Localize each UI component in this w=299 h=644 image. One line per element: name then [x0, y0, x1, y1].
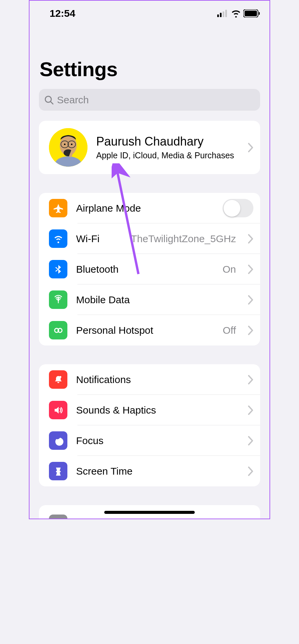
bluetooth-icon — [49, 260, 67, 278]
bluetooth-row[interactable]: Bluetooth On — [39, 254, 260, 284]
search-icon — [44, 95, 54, 105]
sounds-icon — [49, 401, 67, 419]
sounds-row[interactable]: Sounds & Haptics — [39, 395, 260, 425]
profile-subtitle: Apple ID, iCloud, Media & Purchases — [96, 151, 239, 160]
svg-rect-1 — [220, 13, 222, 17]
cellular-signal-icon — [217, 10, 229, 17]
svg-rect-5 — [245, 11, 257, 16]
hotspot-value: Off — [223, 325, 236, 336]
wifi-row[interactable]: Wi-Fi TheTwilightZone_5GHz — [39, 223, 260, 254]
screentime-icon — [49, 462, 67, 480]
svg-point-15 — [64, 144, 66, 145]
airplane-label: Airplane Mode — [76, 203, 214, 214]
notifications-label: Notifications — [76, 374, 239, 385]
profile-name: Paurush Chaudhary — [96, 135, 239, 149]
svg-point-16 — [71, 144, 73, 145]
notifications-row[interactable]: Notifications — [39, 364, 260, 395]
svg-rect-6 — [259, 12, 260, 15]
search-input[interactable]: Search — [39, 89, 260, 111]
hotspot-label: Personal Hotspot — [76, 325, 214, 336]
wifi-icon — [231, 9, 241, 17]
wifi-value: TheTwilightZone_5GHz — [131, 233, 236, 245]
chevron-right-icon — [248, 467, 253, 476]
wifi-settings-icon — [49, 229, 67, 248]
chevron-right-icon — [248, 143, 253, 152]
svg-point-17 — [57, 299, 59, 301]
focus-row[interactable]: Focus — [39, 425, 260, 456]
sounds-label: Sounds & Haptics — [76, 405, 239, 416]
bluetooth-value: On — [223, 264, 236, 275]
apple-id-row[interactable]: Paurush Chaudhary Apple ID, iCloud, Medi… — [39, 121, 260, 174]
chevron-right-icon — [248, 295, 253, 305]
chevron-right-icon — [248, 406, 253, 415]
notifications-icon — [49, 370, 67, 389]
chevron-right-icon — [248, 265, 253, 274]
bluetooth-label: Bluetooth — [76, 264, 214, 275]
chevron-right-icon — [248, 326, 253, 335]
chevron-right-icon — [248, 375, 253, 384]
profile-section: Paurush Chaudhary Apple ID, iCloud, Medi… — [39, 121, 260, 174]
home-indicator — [104, 511, 195, 514]
mobile-data-label: Mobile Data — [76, 294, 239, 306]
hotspot-icon — [49, 321, 67, 339]
status-time: 12:54 — [50, 8, 75, 19]
svg-line-8 — [51, 102, 53, 104]
profile-text: Paurush Chaudhary Apple ID, iCloud, Medi… — [96, 135, 239, 160]
search-placeholder: Search — [57, 94, 89, 106]
status-bar: 12:54 — [29, 1, 270, 24]
avatar — [49, 128, 87, 167]
notifications-section: Notifications Sounds & Haptics Focus — [39, 364, 260, 486]
wifi-label: Wi-Fi — [76, 233, 122, 245]
screentime-label: Screen Time — [76, 466, 239, 477]
mobile-data-icon — [49, 290, 67, 309]
toggle-knob — [224, 200, 240, 217]
page-header: Settings — [29, 24, 270, 84]
svg-rect-0 — [217, 14, 219, 17]
chevron-right-icon — [248, 436, 253, 445]
connectivity-section: Airplane Mode Wi-Fi TheTwilightZone_5GHz… — [39, 193, 260, 345]
mobile-data-row[interactable]: Mobile Data — [39, 284, 260, 315]
svg-point-20 — [59, 376, 61, 378]
screentime-row[interactable]: Screen Time — [39, 456, 260, 486]
svg-rect-2 — [223, 11, 224, 17]
focus-label: Focus — [76, 435, 239, 446]
partial-icon — [49, 515, 67, 519]
airplane-mode-row[interactable]: Airplane Mode — [39, 193, 260, 223]
airplane-icon — [49, 199, 67, 217]
chevron-right-icon — [248, 234, 253, 244]
airplane-toggle[interactable] — [223, 199, 253, 217]
status-icons — [217, 9, 260, 17]
battery-icon — [243, 9, 260, 17]
focus-icon — [49, 431, 67, 450]
svg-rect-3 — [225, 10, 227, 17]
page-title: Settings — [40, 58, 259, 81]
hotspot-row[interactable]: Personal Hotspot Off — [39, 315, 260, 345]
